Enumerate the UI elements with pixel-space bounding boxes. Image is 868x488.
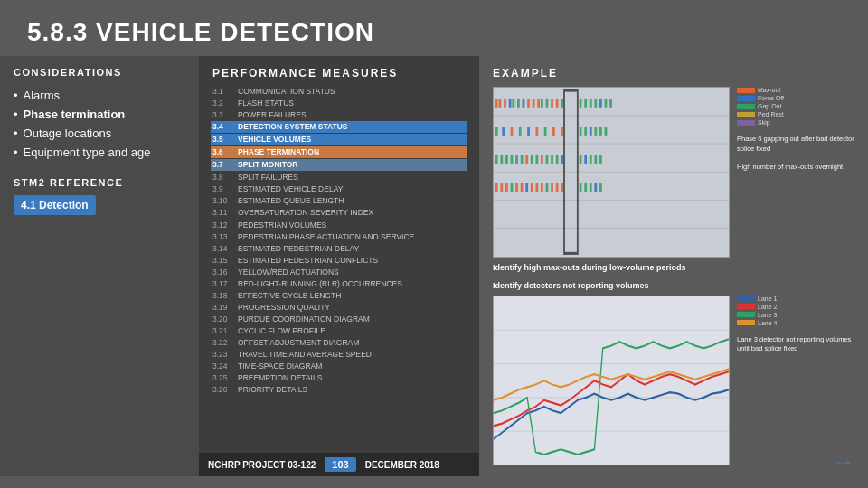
svg-rect-33 (511, 155, 514, 164)
legend-label: Skip (758, 119, 770, 126)
svg-rect-20 (561, 99, 563, 107)
svg-rect-34 (515, 155, 518, 164)
chart-svg-bottom (494, 296, 729, 465)
svg-rect-18 (551, 99, 553, 107)
svg-rect-74 (590, 155, 592, 164)
svg-rect-51 (531, 183, 533, 192)
legend-item: Force Off (737, 95, 854, 101)
perf-item: 3.24 TIME-SPACE DIAGRAM (212, 361, 466, 371)
perf-item: 3.11 OVERSATURATION SEVERITY INDEX (212, 208, 466, 218)
page-container: 5.8.3 VEHICLE DETECTION CONSIDERATIONS A… (0, 0, 868, 488)
legend-label: Lane 1 (758, 296, 777, 302)
svg-rect-39 (541, 155, 543, 164)
legend-label: Ped Rest (758, 111, 784, 117)
svg-rect-10 (512, 99, 514, 107)
legend-color-lane2 (737, 304, 755, 309)
svg-rect-82 (494, 296, 729, 465)
svg-rect-9 (509, 99, 512, 107)
svg-rect-23 (511, 127, 514, 136)
legend-color-maxout (737, 88, 755, 93)
legend-label: Force Off (758, 95, 784, 101)
list-item-text: Equipment type and age (24, 145, 151, 159)
svg-rect-50 (525, 183, 528, 192)
right-column: EXAMPLE (479, 56, 868, 476)
svg-rect-69 (594, 127, 597, 136)
top-description: Identify high max-outs during low-volume… (493, 263, 854, 272)
perf-item: 3.22 OFFSET ADJUSTMENT DIAGRAM (212, 338, 466, 348)
perf-item: 3.23 TRAVEL TIME AND AVERAGE SPEED (212, 350, 466, 360)
list-item: Equipment type and age (14, 145, 185, 159)
stm-label: STM2 REFERENCE (14, 177, 185, 188)
legend-item: Lane 3 (737, 312, 854, 318)
legend-label: Lane 3 (758, 312, 777, 318)
svg-rect-22 (502, 127, 505, 136)
svg-rect-77 (580, 183, 582, 192)
svg-rect-55 (551, 183, 553, 192)
perf-item: 3.17 RED-LIGHT-RUNNING (RLR) OCCURRENCES (212, 279, 466, 289)
list-item: Alarms (14, 89, 185, 102)
svg-rect-61 (590, 99, 592, 107)
svg-rect-28 (552, 127, 555, 136)
svg-rect-59 (580, 99, 582, 107)
svg-rect-78 (584, 183, 587, 192)
perf-item: 3.19 PROGRESSION QUALITY (212, 303, 466, 313)
svg-rect-49 (521, 183, 524, 192)
svg-rect-64 (605, 99, 608, 107)
legend-label: Lane 4 (758, 320, 777, 326)
chart-svg-top (494, 88, 729, 257)
perf-item: 3.9 ESTIMATED VEHICLE DELAY (212, 184, 466, 194)
legend-item: Ped Rest (737, 111, 854, 117)
perf-item: 3.18 EFFECTIVE CYCLE LENGTH (212, 291, 466, 301)
legend-label: Max-out (758, 87, 780, 93)
svg-rect-68 (590, 127, 592, 136)
perf-item: 3.20 PURDUE COORDINATION DIAGRAM (212, 314, 466, 324)
perf-item: 3.25 PREEMPTION DETAILS (212, 373, 466, 383)
legend-item: Lane 2 (737, 304, 854, 310)
legend-item: Skip (737, 119, 854, 126)
svg-rect-47 (511, 183, 514, 192)
svg-rect-45 (500, 183, 503, 192)
list-item-text: Alarms (24, 89, 60, 102)
svg-rect-32 (505, 155, 508, 164)
svg-rect-57 (561, 183, 563, 192)
left-column: CONSIDERATIONS Alarms Phase termination … (0, 56, 199, 476)
considerations-header: CONSIDERATIONS (14, 67, 185, 78)
perf-item-highlighted: 3.6 PHASE TERMINATION (211, 146, 467, 158)
svg-rect-40 (546, 155, 549, 164)
svg-rect-67 (584, 127, 587, 136)
svg-rect-11 (517, 99, 520, 107)
svg-rect-60 (584, 99, 587, 107)
perf-item: 3.21 CYCLIC FLOW PROFILE (212, 326, 466, 336)
svg-rect-48 (515, 183, 518, 192)
svg-rect-63 (599, 99, 602, 107)
perf-item: 3.16 YELLOW/RED ACTUATIONS (212, 267, 466, 277)
svg-rect-19 (556, 99, 559, 107)
legend-label: Lane 2 (758, 304, 777, 310)
page-title: 5.8.3 VEHICLE DETECTION (27, 18, 841, 47)
legend-item: Max-out (737, 87, 854, 93)
list-item-text: Phase termination (24, 108, 126, 121)
svg-rect-27 (544, 127, 547, 136)
perf-item: 3.26 PRIORITY DETAILS (212, 385, 466, 395)
svg-rect-25 (527, 127, 530, 136)
svg-rect-75 (594, 155, 597, 164)
nchrp-bar: NCHRP PROJECT 03-122 103 DECEMBER 2018 (199, 453, 479, 476)
svg-rect-29 (561, 127, 563, 136)
list-item: Outage locations (14, 127, 185, 140)
svg-rect-26 (535, 127, 538, 136)
legend-label: Gap Out (758, 103, 781, 109)
svg-rect-54 (546, 183, 549, 192)
detection-chart (493, 296, 730, 466)
date-text: DECEMBER 2018 (365, 460, 439, 470)
title-bar: 5.8.3 VEHICLE DETECTION (0, 0, 868, 56)
next-arrow[interactable]: → (833, 449, 854, 474)
svg-rect-24 (519, 127, 522, 136)
legend-color-lane4 (737, 320, 755, 325)
performance-list: 3.1 COMMUNICATION STATUS 3.2 FLASH STATU… (212, 87, 466, 395)
detection-link[interactable]: 4.1 Detection (14, 195, 96, 215)
svg-rect-62 (594, 99, 597, 107)
svg-rect-38 (535, 155, 538, 164)
legend-color-lane3 (737, 312, 755, 317)
svg-rect-53 (541, 183, 543, 192)
perf-item: 3.2 FLASH STATUS (212, 99, 466, 108)
